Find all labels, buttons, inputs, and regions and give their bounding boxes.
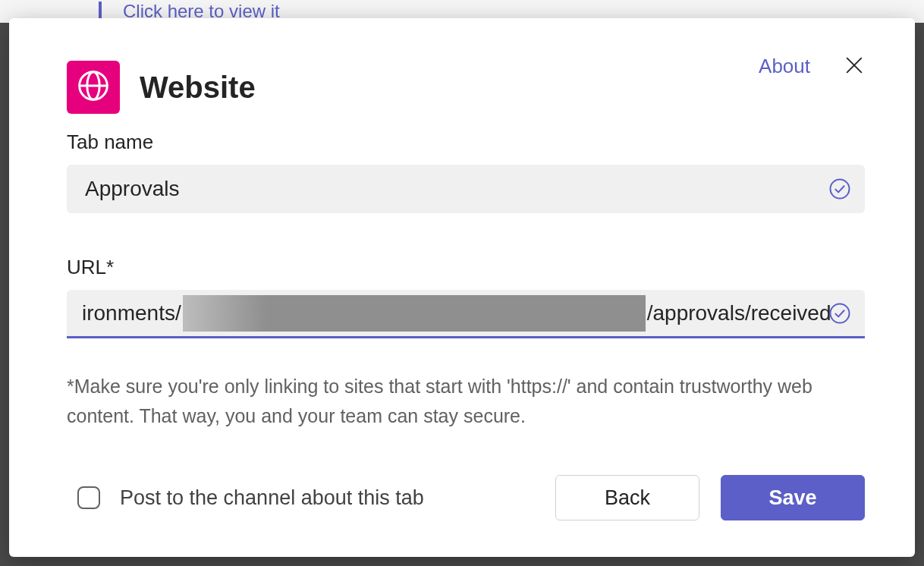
- url-help-text: *Make sure you're only linking to sites …: [67, 372, 865, 431]
- save-button[interactable]: Save: [721, 475, 865, 520]
- website-app-icon: [67, 61, 120, 114]
- close-button[interactable]: [844, 56, 865, 77]
- url-redacted-segment: [183, 295, 646, 332]
- tab-name-input[interactable]: [67, 165, 865, 213]
- url-value-suffix: /approvals/received: [647, 301, 831, 325]
- close-icon: [844, 55, 865, 79]
- dialog-header: Website About: [67, 61, 865, 114]
- dialog-actions: Back Save: [555, 475, 865, 520]
- tab-name-field-wrap: [67, 165, 865, 213]
- svg-point-6: [831, 303, 850, 322]
- post-to-channel-checkbox[interactable]: [77, 486, 100, 509]
- post-to-channel-option[interactable]: Post to the channel about this tab: [77, 486, 424, 510]
- about-link[interactable]: About: [759, 55, 810, 78]
- checkmark-circle-icon: [828, 178, 851, 200]
- url-input[interactable]: ironments/ /approvals/received: [67, 290, 865, 338]
- dialog-title: Website: [140, 71, 256, 105]
- checkmark-circle-icon: [828, 302, 851, 325]
- post-to-channel-label: Post to the channel about this tab: [120, 486, 424, 510]
- url-label: URL*: [67, 256, 865, 279]
- dialog-footer: Post to the channel about this tab Back …: [67, 475, 865, 520]
- website-tab-dialog: Website About Tab name URL* ironme: [9, 18, 915, 557]
- svg-point-5: [831, 180, 850, 199]
- globe-icon: [77, 69, 110, 105]
- back-button[interactable]: Back: [555, 475, 699, 520]
- url-value-prefix: ironments/: [82, 301, 181, 325]
- tab-name-label: Tab name: [67, 130, 865, 154]
